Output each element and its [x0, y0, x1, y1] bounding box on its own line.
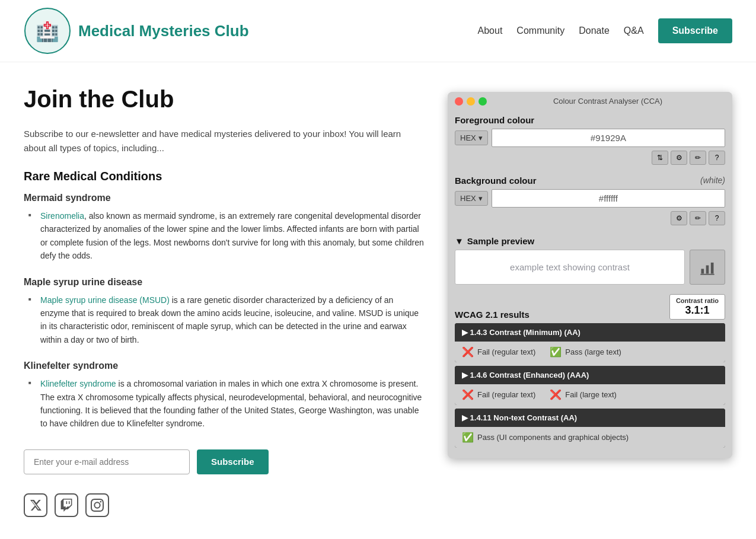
form-subscribe-button[interactable]: Subscribe	[197, 449, 269, 474]
email-input[interactable]	[24, 449, 190, 474]
foreground-tools-row: ⇅ ⚙ ✏ ?	[455, 151, 725, 168]
background-hex-input[interactable]	[492, 189, 725, 208]
wcag-aaa-label: ▶ 1.4.6 Contrast (Enhanced) (AAA)	[462, 371, 589, 379]
condition-list-maple: Maple syrup urine disease (MSUD) is a ra…	[24, 294, 424, 347]
wcag-result-nontext-header[interactable]: ▶ 1.4.11 Non-text Contrast (AA)	[455, 409, 725, 427]
fail-icon-2: ❌	[550, 389, 562, 400]
foreground-swap-btn[interactable]: ⇅	[652, 151, 668, 165]
main-content: Join the Club Subscribe to our e-newslet…	[0, 62, 756, 539]
list-item: Maple syrup urine disease (MSUD) is a ra…	[31, 294, 424, 347]
background-picker-btn[interactable]: ✏	[690, 211, 706, 225]
wcag-nontext-ui: ✅ Pass (UI components and graphical obje…	[462, 432, 629, 443]
wcag-aa-large-text: Pass (large text)	[565, 347, 621, 356]
condition-link-sirenomelia[interactable]: Sirenomelia	[40, 211, 84, 221]
foreground-adjust-btn[interactable]: ⚙	[671, 151, 687, 165]
section-title: Rare Medical Conditions	[24, 170, 424, 183]
condition-list-klinefelter: Klinefelter syndrome is a chromosomal va…	[24, 377, 424, 430]
sample-preview-text: Sample preview	[467, 236, 534, 246]
background-format-label: HEX	[460, 194, 476, 203]
wcag-aa-large: ✅ Pass (large text)	[550, 346, 621, 358]
foreground-label: Foreground colour	[455, 110, 725, 129]
foreground-format-select[interactable]: HEX ▾	[455, 130, 488, 145]
wcag-nontext-label: ▶ 1.4.11 Non-text Contrast (AA)	[462, 413, 577, 422]
condition-title-maple: Maple syrup urine disease	[24, 277, 424, 288]
condition-list-mermaid: Sirenomelia, also known as mermaid syndr…	[24, 209, 424, 263]
preview-chart-button[interactable]	[690, 250, 725, 285]
nav-community[interactable]: Community	[516, 25, 564, 36]
wcag-aaa-large: ❌ Fail (large text)	[550, 389, 617, 400]
foreground-section: Foreground colour HEX ▾ ⇅ ⚙ ✏ ?	[455, 110, 725, 168]
nav-donate[interactable]: Donate	[579, 25, 610, 36]
twitter-icon[interactable]	[24, 493, 47, 517]
logo-icon: 🏥	[24, 7, 71, 55]
wcag-result-aaa-header[interactable]: ▶ 1.4.6 Contrast (Enhanced) (AAA)	[455, 366, 725, 384]
preview-row: example text showing contrast	[455, 250, 725, 285]
logo-area: 🏥 Medical Mysteries Club	[24, 7, 249, 55]
wcag-header-row: WCAG 2.1 results Contrast ratio 3.1:1	[455, 289, 725, 323]
background-tools-row: ⚙ ✏ ?	[455, 211, 725, 229]
titlebar-minimize-btn[interactable]	[467, 97, 475, 106]
wcag-result-aa-body: ❌ Fail (regular text) ✅ Pass (large text…	[455, 342, 725, 362]
contrast-ratio-label: Contrast ratio	[676, 297, 719, 304]
svg-rect-2	[701, 269, 704, 273]
chevron-down-icon: ▾	[479, 194, 483, 203]
nav-about[interactable]: About	[478, 25, 503, 36]
condition-link-msud[interactable]: Maple syrup urine disease (MSUD)	[40, 295, 170, 305]
titlebar-close-btn[interactable]	[455, 97, 463, 106]
foreground-help-btn[interactable]: ?	[709, 151, 725, 165]
svg-text:🏥: 🏥	[36, 20, 59, 43]
wcag-aaa-regular-text: Fail (regular text)	[477, 390, 535, 399]
cca-titlebar: Colour Contrast Analyser (CCA)	[448, 92, 732, 110]
preview-text-box: example text showing contrast	[455, 250, 685, 285]
condition-mermaid: Mermaid syndrome Sirenomelia, also known…	[24, 193, 424, 263]
cca-title: Colour Contrast Analyser (CCA)	[490, 97, 725, 106]
condition-title-mermaid: Mermaid syndrome	[24, 193, 424, 203]
pass-icon: ✅	[550, 346, 562, 358]
intro-text: Subscribe to our e-newsletter and have m…	[24, 127, 424, 155]
background-section: Background colour (white) HEX ▾ ⚙ ✏ ?	[455, 171, 725, 229]
pass-icon-nontext: ✅	[462, 432, 474, 443]
wcag-aaa-regular: ❌ Fail (regular text)	[462, 389, 535, 400]
background-label: Background colour	[455, 171, 537, 189]
foreground-hex-input[interactable]	[492, 129, 725, 147]
instagram-icon[interactable]	[85, 493, 109, 517]
foreground-format-label: HEX	[460, 133, 476, 142]
fail-icon: ❌	[462, 346, 474, 358]
site-title: Medical Mysteries Club	[78, 22, 249, 40]
svg-rect-3	[706, 265, 709, 273]
contrast-ratio-value: 3.1:1	[676, 304, 719, 317]
background-adjust-btn[interactable]: ⚙	[671, 211, 687, 225]
twitch-icon[interactable]	[55, 493, 78, 517]
condition-desc-mermaid: , also known as mermaid syndrome, is an …	[40, 211, 424, 260]
wcag-result-nontext-body: ✅ Pass (UI components and graphical obje…	[455, 427, 725, 448]
main-nav: About Community Donate Q&A Subscribe	[478, 18, 732, 43]
titlebar-maximize-btn[interactable]	[479, 97, 487, 106]
list-item: Sirenomelia, also known as mermaid syndr…	[31, 209, 424, 263]
list-item: Klinefelter syndrome is a chromosomal va…	[31, 377, 424, 430]
cca-body: Foreground colour HEX ▾ ⇅ ⚙ ✏ ?	[448, 110, 732, 458]
svg-rect-4	[711, 262, 714, 273]
foreground-picker-btn[interactable]: ✏	[690, 151, 706, 165]
wcag-aa-label: ▶ 1.4.3 Contrast (Minimum) (AA)	[462, 328, 580, 337]
condition-title-klinefelter: Klinefelter syndrome	[24, 361, 424, 371]
condition-klinefelter: Klinefelter syndrome Klinefelter syndrom…	[24, 361, 424, 430]
wcag-result-aa: ▶ 1.4.3 Contrast (Minimum) (AA) ❌ Fail (…	[455, 323, 725, 362]
header-subscribe-button[interactable]: Subscribe	[658, 18, 732, 43]
wcag-result-aaa: ▶ 1.4.6 Contrast (Enhanced) (AAA) ❌ Fail…	[455, 366, 725, 405]
nav-qa[interactable]: Q&A	[624, 25, 644, 36]
social-icons	[24, 493, 424, 517]
subscribe-form: Subscribe	[24, 449, 424, 474]
fail-icon-1: ❌	[462, 389, 474, 400]
contrast-ratio-box: Contrast ratio 3.1:1	[669, 294, 725, 320]
wcag-result-aa-header[interactable]: ▶ 1.4.3 Contrast (Minimum) (AA)	[455, 323, 725, 342]
wcag-title: WCAG 2.1 results	[455, 310, 529, 320]
condition-maple: Maple syrup urine disease Maple syrup ur…	[24, 277, 424, 347]
wcag-aa-regular-text: Fail (regular text)	[477, 347, 535, 356]
wcag-aaa-large-text: Fail (large text)	[565, 390, 617, 399]
sample-preview-section: ▼ Sample preview example text showing co…	[455, 231, 725, 285]
background-format-select[interactable]: HEX ▾	[455, 191, 488, 206]
condition-link-klinefelter[interactable]: Klinefelter syndrome	[40, 379, 116, 388]
background-help-btn[interactable]: ?	[709, 211, 725, 225]
chevron-down-icon: ▾	[479, 133, 483, 142]
cca-panel: Colour Contrast Analyser (CCA) Foregroun…	[448, 92, 732, 458]
